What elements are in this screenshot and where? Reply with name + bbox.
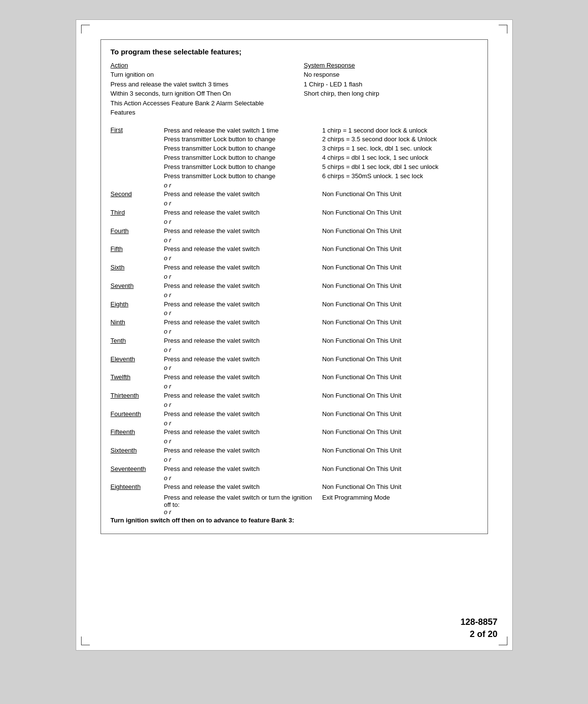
feature-name-12: Fourteenth xyxy=(111,410,164,419)
document-page: To program these selectable features; Ac… xyxy=(76,19,513,651)
response-label: System Response xyxy=(304,62,478,69)
feature-name-2: Fourth xyxy=(111,227,164,236)
action-line-3: Within 3 seconds, turn ignition Off Then… xyxy=(111,89,285,99)
feature-response-5: Non Functional On This Unit xyxy=(322,282,478,291)
or-label-exit: o r xyxy=(164,508,322,516)
feature-response-6: Non Functional On This Unit xyxy=(322,300,478,309)
feature-action-4: Press and release the valet switch xyxy=(164,263,322,272)
first-response-line-4: 4 chirps = dbl 1 sec lock, 1 sec unlock xyxy=(322,153,478,163)
first-action-line-5: Press transmitter Lock button to change xyxy=(164,163,318,172)
feature-name-14: Sixteenth xyxy=(111,446,164,455)
feature-link-11[interactable]: Thirteenth xyxy=(111,392,139,399)
feature-row-5: Seventh Press and release the valet swit… xyxy=(111,282,478,291)
feature-link-15[interactable]: Seventeenth xyxy=(111,465,146,472)
or-row-8: o r xyxy=(111,327,478,336)
or-row-11: o r xyxy=(111,382,478,391)
first-response: 1 chirp = 1 second door lock & unlock 2 … xyxy=(322,126,478,181)
header-section: Action Turn ignition on Press and releas… xyxy=(111,62,478,117)
first-response-line-3: 3 chirps = 1 sec. lock, dbl 1 sec. unloc… xyxy=(322,144,478,153)
feature-name-4: Sixth xyxy=(111,263,164,272)
feature-link-3[interactable]: Fifth xyxy=(111,245,123,252)
feature-row-10: Twelfth Press and release the valet swit… xyxy=(111,373,478,382)
or-text-2: o r xyxy=(164,218,322,227)
or-text-3: o r xyxy=(164,236,322,245)
feature-link-9[interactable]: Eleventh xyxy=(111,355,135,363)
or-text-8: o r xyxy=(164,327,322,336)
feature-link-8[interactable]: Tenth xyxy=(111,337,126,344)
feature-link-10[interactable]: Twelfth xyxy=(111,373,131,381)
feature-link-12[interactable]: Fourteenth xyxy=(111,410,141,418)
feature-response-12: Non Functional On This Unit xyxy=(322,410,478,419)
action-line-1: Turn ignition on xyxy=(111,70,285,80)
feature-link-0[interactable]: Second xyxy=(111,190,132,198)
feature-link-7[interactable]: Ninth xyxy=(111,318,125,326)
page-footer: 128-8857 2 of 20 xyxy=(460,616,497,640)
feature-row-4: Sixth Press and release the valet switch… xyxy=(111,263,478,272)
feature-response-16: Non Functional On This Unit xyxy=(322,483,478,492)
exit-action: Press and release the valet switch or tu… xyxy=(164,494,322,508)
or-text-11: o r xyxy=(164,382,322,391)
feature-action-14: Press and release the valet switch xyxy=(164,446,322,455)
or-text-4: o r xyxy=(164,254,322,263)
feature-action-7: Press and release the valet switch xyxy=(164,318,322,327)
feature-response-9: Non Functional On This Unit xyxy=(322,355,478,364)
feature-row-12: Fourteenth Press and release the valet s… xyxy=(111,410,478,419)
feature-action-13: Press and release the valet switch xyxy=(164,428,322,437)
or-row-4: o r xyxy=(111,254,478,263)
feature-action-15: Press and release the valet switch xyxy=(164,465,322,474)
action-column: Action Turn ignition on Press and releas… xyxy=(111,62,285,117)
exit-or-row: o r xyxy=(111,508,478,516)
feature-response-8: Non Functional On This Unit xyxy=(322,336,478,346)
feature-link-2[interactable]: Fourth xyxy=(111,227,129,235)
feature-action-16: Press and release the valet switch xyxy=(164,483,322,492)
feature-link-5[interactable]: Seventh xyxy=(111,282,134,289)
first-action-line-1: Press and release the valet switch 1 tim… xyxy=(164,126,318,135)
feature-response-15: Non Functional On This Unit xyxy=(322,465,478,474)
feature-link-1[interactable]: Third xyxy=(111,209,125,216)
feature-name-16: Eighteenth xyxy=(111,483,164,492)
response-line-2: 1 Chirp - LED 1 flash xyxy=(304,80,478,89)
feature-response-1: Non Functional On This Unit xyxy=(322,208,478,218)
or-row-7: o r xyxy=(111,309,478,318)
first-link[interactable]: First xyxy=(111,126,123,134)
or-spacer-8 xyxy=(111,327,164,336)
feature-link-6[interactable]: Eighth xyxy=(111,301,129,308)
first-action-line-4: Press transmitter Lock button to change xyxy=(164,153,318,163)
feature-name-11: Thirteenth xyxy=(111,391,164,401)
or-spacer-5 xyxy=(111,272,164,282)
or-spacer-4 xyxy=(111,254,164,263)
feature-link-13[interactable]: Fifteenth xyxy=(111,428,135,436)
corner-mark-tr xyxy=(499,25,507,34)
or-row-5: o r xyxy=(111,272,478,282)
or-row-6: o r xyxy=(111,291,478,300)
part-number: 128-8857 xyxy=(460,616,497,628)
or-text-12: o r xyxy=(164,401,322,410)
feature-link-14[interactable]: Sixteenth xyxy=(111,447,137,454)
or-row-16: o r xyxy=(111,474,478,483)
feature-response-2: Non Functional On This Unit xyxy=(322,227,478,236)
or-text-0: o r xyxy=(164,181,322,190)
or-text-15: o r xyxy=(164,455,322,465)
feature-link-16[interactable]: Eighteenth xyxy=(111,483,141,490)
feature-action-10: Press and release the valet switch xyxy=(164,373,322,382)
feature-response-11: Non Functional On This Unit xyxy=(322,391,478,401)
feature-link-4[interactable]: Sixth xyxy=(111,264,125,271)
feature-action-5: Press and release the valet switch xyxy=(164,282,322,291)
or-row-9: o r xyxy=(111,346,478,355)
feature-name-6: Eighth xyxy=(111,300,164,309)
or-spacer-15 xyxy=(111,455,164,465)
feature-name-7: Ninth xyxy=(111,318,164,327)
or-text-16: o r xyxy=(164,474,322,483)
feature-row-0: Second Press and release the valet switc… xyxy=(111,190,478,199)
or-spacer-9 xyxy=(111,346,164,355)
feature-action-6: Press and release the valet switch xyxy=(164,300,322,309)
or-row-2: o r xyxy=(111,218,478,227)
or-row-3: o r xyxy=(111,236,478,245)
feature-name-9: Eleventh xyxy=(111,355,164,364)
first-name: First xyxy=(111,126,164,181)
first-action-line-6: Press transmitter Lock button to change xyxy=(164,172,318,181)
or-spacer-6 xyxy=(111,291,164,300)
feature-row-2: Fourth Press and release the valet switc… xyxy=(111,227,478,236)
or-spacer-14 xyxy=(111,437,164,446)
or-spacer-1 xyxy=(111,199,164,208)
